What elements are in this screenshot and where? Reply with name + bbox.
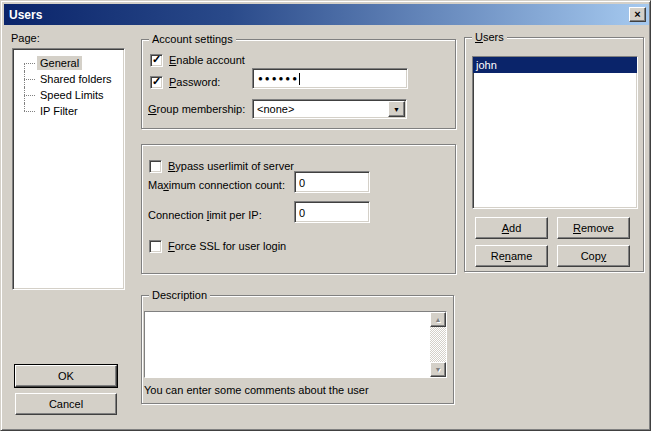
max-connection-label: Maximum connection count: bbox=[148, 179, 285, 191]
check-icon: ✓ bbox=[152, 76, 161, 87]
group-membership-value: <none> bbox=[257, 102, 294, 116]
remove-button[interactable]: Remove bbox=[557, 217, 630, 239]
max-connection-input[interactable] bbox=[294, 171, 370, 193]
label-part: Re bbox=[491, 250, 505, 262]
label-part: A bbox=[502, 222, 509, 234]
tree-connector bbox=[15, 87, 37, 103]
force-ssl-checkbox-row[interactable]: Force SSL for user login bbox=[149, 239, 286, 253]
scroll-down-button[interactable]: ▼ bbox=[430, 362, 446, 377]
connection-limits-group: Bypass userlimit of server Maximum conne… bbox=[141, 144, 456, 274]
page-label: Page: bbox=[11, 32, 40, 44]
cancel-button[interactable]: Cancel bbox=[15, 393, 117, 415]
tree-item-label: Shared folders bbox=[37, 72, 115, 86]
enable-account-checkbox-row[interactable]: ✓ Enable account bbox=[150, 53, 245, 67]
bypass-userlimit-label: Bypass userlimit of server bbox=[168, 160, 294, 172]
ok-button[interactable]: OK bbox=[15, 365, 117, 387]
connection-per-ip-input[interactable] bbox=[294, 201, 370, 223]
force-ssl-label: Force SSL for user login bbox=[168, 240, 286, 252]
password-value: ●●●●●● bbox=[258, 74, 299, 84]
users-group-title: Users bbox=[472, 31, 507, 44]
label-part: y bbox=[601, 250, 607, 262]
account-settings-group: Account settings ✓ Enable account ✓ Pass… bbox=[141, 39, 456, 129]
label-part: sers bbox=[483, 31, 504, 43]
password-label: Password: bbox=[169, 76, 220, 88]
label-part: ame bbox=[511, 250, 532, 262]
tree-connector bbox=[15, 103, 37, 119]
close-button[interactable]: × bbox=[629, 7, 646, 22]
description-text[interactable] bbox=[145, 312, 430, 377]
password-checkbox-row[interactable]: ✓ Password: bbox=[150, 75, 220, 89]
group-membership-dropdown-button[interactable]: ▼ bbox=[388, 101, 405, 117]
close-icon: × bbox=[634, 9, 640, 20]
button-label: Rename bbox=[491, 250, 533, 262]
users-dialog: Users × Page: General Shared folders Spe… bbox=[0, 0, 651, 431]
list-item-john[interactable]: john bbox=[473, 57, 637, 73]
description-group: Description ▲ ▼ You can enter some comme… bbox=[141, 295, 454, 404]
description-caption: You can enter some comments about the us… bbox=[144, 384, 369, 396]
label-part: imit per IP: bbox=[209, 209, 262, 221]
label-part: F bbox=[168, 240, 175, 252]
label-part: Ma bbox=[148, 179, 163, 191]
label-part: Connection bbox=[148, 209, 207, 221]
tree-connector bbox=[15, 71, 37, 87]
scroll-up-button[interactable]: ▲ bbox=[430, 312, 446, 327]
chevron-down-icon: ▼ bbox=[393, 106, 400, 113]
label-part: U bbox=[475, 31, 483, 43]
label-part: dd bbox=[509, 222, 521, 234]
tree-item-label: IP Filter bbox=[37, 104, 81, 118]
page-tree: General Shared folders Speed Limits IP F… bbox=[12, 48, 125, 290]
titlebar[interactable]: Users × bbox=[4, 4, 649, 25]
add-button[interactable]: Add bbox=[475, 217, 548, 239]
scroll-up-icon: ▲ bbox=[435, 316, 442, 323]
tree-item-speed-limits[interactable]: Speed Limits bbox=[15, 87, 107, 103]
tree-item-ip-filter[interactable]: IP Filter bbox=[15, 103, 81, 119]
password-input[interactable]: ●●●●●● bbox=[252, 68, 408, 89]
label-part: nable account bbox=[176, 54, 245, 66]
tree-item-general[interactable]: General bbox=[15, 55, 82, 71]
group-membership-select[interactable]: <none> ▼ bbox=[252, 99, 407, 119]
label-part: R bbox=[573, 222, 581, 234]
rename-button[interactable]: Rename bbox=[475, 245, 548, 267]
description-scrollbar[interactable]: ▲ ▼ bbox=[430, 312, 446, 377]
label-part: emove bbox=[581, 222, 614, 234]
bypass-userlimit-checkbox-row[interactable]: Bypass userlimit of server bbox=[149, 159, 294, 173]
tree-item-shared-folders[interactable]: Shared folders bbox=[15, 71, 115, 87]
account-settings-group-title: Account settings bbox=[149, 33, 236, 46]
group-membership-label: Group membership: bbox=[148, 103, 245, 115]
tree-item-label: Speed Limits bbox=[37, 88, 107, 102]
button-label: Remove bbox=[573, 222, 614, 234]
tree-connector bbox=[15, 55, 37, 71]
label-part: ypass userlimit of server bbox=[175, 160, 294, 172]
label-part: roup membership: bbox=[157, 103, 246, 115]
description-textarea[interactable]: ▲ ▼ bbox=[144, 311, 447, 378]
users-group: Users john Add Remove Rename Copy bbox=[464, 37, 644, 272]
button-label: Add bbox=[502, 222, 522, 234]
label-part: imum connection count: bbox=[169, 179, 285, 191]
scroll-down-icon: ▼ bbox=[435, 366, 442, 373]
tree-item-label: General bbox=[37, 56, 82, 70]
description-group-title: Description bbox=[149, 289, 210, 302]
users-list: john bbox=[472, 56, 638, 209]
button-label: Copy bbox=[581, 250, 607, 262]
label-part: Cop bbox=[581, 250, 601, 262]
check-icon: ✓ bbox=[152, 54, 161, 65]
label-part: G bbox=[148, 103, 157, 115]
enable-account-label: Enable account bbox=[169, 54, 245, 66]
text-caret bbox=[299, 73, 300, 85]
label-part: orce SSL for user login bbox=[175, 240, 286, 252]
copy-button[interactable]: Copy bbox=[557, 245, 630, 267]
enable-account-checkbox[interactable]: ✓ bbox=[150, 54, 163, 67]
label-part: assword: bbox=[176, 76, 220, 88]
bypass-userlimit-checkbox[interactable] bbox=[149, 160, 162, 173]
password-checkbox[interactable]: ✓ bbox=[150, 76, 163, 89]
connection-per-ip-label: Connection limit per IP: bbox=[148, 209, 262, 221]
window-title: Users bbox=[9, 8, 42, 22]
force-ssl-checkbox[interactable] bbox=[149, 240, 162, 253]
